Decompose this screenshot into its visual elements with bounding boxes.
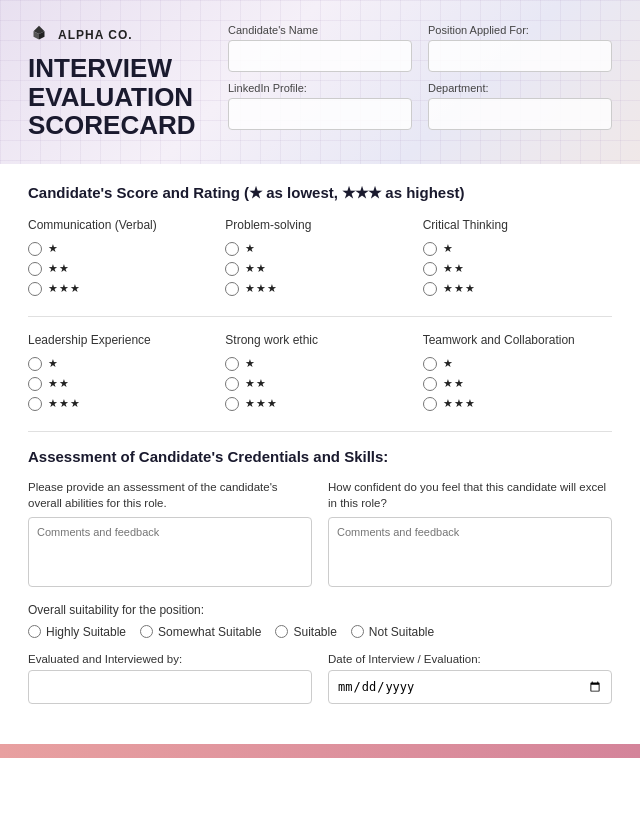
- suitability-section: Overall suitability for the position: Hi…: [28, 603, 612, 639]
- assessment-grid: Please provide an assessment of the cand…: [28, 479, 612, 587]
- assessment-title: Assessment of Candidate's Credentials an…: [28, 448, 612, 465]
- category-label-work_ethic: Strong work ethic: [225, 333, 414, 347]
- score-section-title: Candidate's Score and Rating (★ as lowes…: [28, 184, 612, 202]
- rating-option-problem_solving-3[interactable]: ★★★: [225, 282, 414, 296]
- logo-row: ALPHA CO.: [28, 24, 198, 46]
- rating-option-teamwork-1[interactable]: ★: [423, 357, 612, 371]
- header-section: ALPHA CO. INTERVIEW EVALUATION SCORECARD…: [0, 0, 640, 164]
- department-input[interactable]: [428, 98, 612, 130]
- position-field: Position Applied For:: [428, 24, 612, 72]
- suitability-option-1[interactable]: Somewhat Suitable: [140, 625, 261, 639]
- category-label-communication: Communication (Verbal): [28, 218, 217, 232]
- suitability-option-2[interactable]: Suitable: [275, 625, 336, 639]
- department-label: Department:: [428, 82, 612, 94]
- rating-option-critical_thinking-1[interactable]: ★: [423, 242, 612, 256]
- rating-option-work_ethic-3[interactable]: ★★★: [225, 397, 414, 411]
- candidate-name-label: Candidate's Name: [228, 24, 412, 36]
- assessment-label2: How confident do you feel that this cand…: [328, 479, 612, 511]
- rating-option-problem_solving-1[interactable]: ★: [225, 242, 414, 256]
- rating-grid-bottom: Leadership Experience★★★★★★Strong work e…: [28, 333, 612, 411]
- rating-option-communication-1[interactable]: ★: [28, 242, 217, 256]
- date-field: Date of Interview / Evaluation:: [328, 653, 612, 704]
- suitability-option-0[interactable]: Highly Suitable: [28, 625, 126, 639]
- bottom-fields: Evaluated and Interviewed by: Date of In…: [28, 653, 612, 704]
- rating-category-problem_solving: Problem-solving★★★★★★: [225, 218, 414, 296]
- rating-option-problem_solving-2[interactable]: ★★: [225, 262, 414, 276]
- rating-option-teamwork-2[interactable]: ★★: [423, 377, 612, 391]
- date-input[interactable]: [328, 670, 612, 704]
- position-input[interactable]: [428, 40, 612, 72]
- date-label: Date of Interview / Evaluation:: [328, 653, 612, 665]
- assessment-label1: Please provide an assessment of the cand…: [28, 479, 312, 511]
- suitability-options: Highly SuitableSomewhat SuitableSuitable…: [28, 625, 612, 639]
- rating-option-leadership-3[interactable]: ★★★: [28, 397, 217, 411]
- category-label-teamwork: Teamwork and Collaboration: [423, 333, 612, 347]
- rating-category-work_ethic: Strong work ethic★★★★★★: [225, 333, 414, 411]
- department-field: Department:: [428, 82, 612, 130]
- logo-icon: [28, 24, 50, 46]
- candidate-name-input[interactable]: [228, 40, 412, 72]
- company-name: ALPHA CO.: [58, 28, 133, 42]
- rating-option-leadership-1[interactable]: ★: [28, 357, 217, 371]
- rating-category-critical_thinking: Critical Thinking★★★★★★: [423, 218, 612, 296]
- rating-category-teamwork: Teamwork and Collaboration★★★★★★: [423, 333, 612, 411]
- linkedin-input[interactable]: [228, 98, 412, 130]
- suitability-label: Overall suitability for the position:: [28, 603, 612, 617]
- rating-option-work_ethic-1[interactable]: ★: [225, 357, 414, 371]
- page: ALPHA CO. INTERVIEW EVALUATION SCORECARD…: [0, 0, 640, 828]
- bottom-bar: [0, 744, 640, 758]
- assessment-field1: Please provide an assessment of the cand…: [28, 479, 312, 587]
- category-label-leadership: Leadership Experience: [28, 333, 217, 347]
- candidate-name-field: Candidate's Name: [228, 24, 412, 72]
- suitability-option-3[interactable]: Not Suitable: [351, 625, 434, 639]
- main-content: Candidate's Score and Rating (★ as lowes…: [0, 164, 640, 724]
- rating-grid: Communication (Verbal)★★★★★★Problem-solv…: [28, 218, 612, 296]
- linkedin-label: LinkedIn Profile:: [228, 82, 412, 94]
- divider2: [28, 431, 612, 432]
- evaluated-input[interactable]: [28, 670, 312, 704]
- scorecard-title: INTERVIEW EVALUATION SCORECARD: [28, 54, 198, 140]
- evaluated-label: Evaluated and Interviewed by:: [28, 653, 312, 665]
- assessment-textarea2[interactable]: [328, 517, 612, 587]
- rating-category-leadership: Leadership Experience★★★★★★: [28, 333, 217, 411]
- logo-title: ALPHA CO. INTERVIEW EVALUATION SCORECARD: [28, 24, 198, 140]
- rating-option-work_ethic-2[interactable]: ★★: [225, 377, 414, 391]
- divider: [28, 316, 612, 317]
- rating-option-communication-2[interactable]: ★★: [28, 262, 217, 276]
- linkedin-field: LinkedIn Profile:: [228, 82, 412, 130]
- header-form-fields: Candidate's Name Position Applied For: L…: [228, 24, 612, 130]
- category-label-problem_solving: Problem-solving: [225, 218, 414, 232]
- assessment-field2: How confident do you feel that this cand…: [328, 479, 612, 587]
- evaluated-field: Evaluated and Interviewed by:: [28, 653, 312, 704]
- assessment-textarea1[interactable]: [28, 517, 312, 587]
- category-label-critical_thinking: Critical Thinking: [423, 218, 612, 232]
- rating-option-communication-3[interactable]: ★★★: [28, 282, 217, 296]
- rating-category-communication: Communication (Verbal)★★★★★★: [28, 218, 217, 296]
- position-label: Position Applied For:: [428, 24, 612, 36]
- rating-option-critical_thinking-3[interactable]: ★★★: [423, 282, 612, 296]
- rating-option-teamwork-3[interactable]: ★★★: [423, 397, 612, 411]
- rating-option-leadership-2[interactable]: ★★: [28, 377, 217, 391]
- rating-option-critical_thinking-2[interactable]: ★★: [423, 262, 612, 276]
